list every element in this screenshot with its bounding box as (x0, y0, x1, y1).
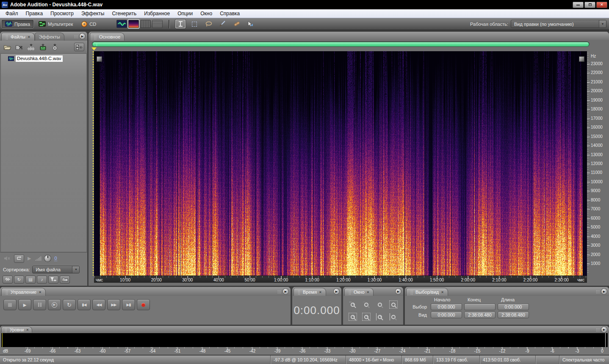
effects-paintbrush-tool[interactable] (217, 19, 227, 28)
spot-healing-brush-tool[interactable] (231, 19, 241, 28)
panel-menu-button[interactable]: ▶ (334, 289, 339, 294)
zoom-in-horizontal-button[interactable]: ↔+ (347, 300, 359, 309)
view-end-field[interactable]: 2:38:08.480 (464, 312, 496, 318)
tab-time[interactable]: Время ✕ (293, 288, 326, 296)
filter-options-toggle[interactable] (48, 276, 58, 284)
panel-menu-button[interactable]: ▶ (601, 327, 607, 332)
zoom-in-right-edge-button[interactable]: + (360, 312, 372, 322)
selection-handle-top-left[interactable] (97, 56, 102, 62)
workspace-dropdown-button[interactable]: ▼ (599, 20, 606, 28)
multitrack-view-button[interactable]: Мультитрек (35, 20, 76, 28)
file-item[interactable]: Devushka.448-C.wav (1, 55, 86, 62)
play-button[interactable]: ▶ (18, 299, 31, 310)
spectrogram-canvas[interactable] (94, 51, 587, 276)
import-cd-audio-button[interactable] (50, 43, 59, 51)
menu-item-9[interactable]: Справка (216, 10, 244, 17)
play-from-cursor-button[interactable]: ▶ (48, 299, 61, 310)
panel-menu-button[interactable]: ▶ (396, 289, 401, 294)
view-length-field[interactable]: 2:38:08.480 (498, 312, 529, 318)
zoom-in-vertical-button[interactable]: + (374, 312, 386, 322)
tab-close-icon[interactable]: ✕ (28, 35, 30, 39)
preview-mute-button[interactable] (4, 256, 11, 261)
tab-close-icon[interactable]: ✕ (367, 290, 370, 294)
time-ruler[interactable]: чмс10:0020:0030:0040:0050:001:00:001:10:… (94, 276, 587, 283)
panel-menu-button[interactable]: ▶ (80, 33, 85, 39)
tab-close-icon[interactable]: ✕ (441, 290, 444, 294)
close-button[interactable]: ✕ (596, 2, 607, 8)
show-loop-files-toggle[interactable]: ↻ (14, 276, 24, 284)
fast-forward-button[interactable]: ▶▶ (107, 299, 120, 310)
insert-into-cd-list-button[interactable] (39, 43, 47, 51)
menu-item-5[interactable]: Сгенерить (108, 10, 140, 17)
frequency-ruler[interactable]: Hz23000220002100020000190001800017000160… (587, 51, 609, 276)
selection-end-field[interactable] (464, 303, 496, 310)
zoom-out-vertical-button[interactable]: − (388, 312, 399, 322)
playhead-line[interactable] (93, 51, 94, 276)
menu-item-3[interactable]: Просмотр (47, 10, 78, 17)
selection-handle-top-right[interactable] (579, 56, 584, 62)
spectral-pan-view-button[interactable] (140, 20, 151, 28)
go-to-beginning-button[interactable]: ▮◀ (78, 299, 91, 310)
pause-button[interactable] (33, 299, 46, 310)
menu-item-1[interactable]: Файл (2, 10, 22, 17)
zoom-in-left-edge-button[interactable]: + (347, 312, 359, 322)
level-meter[interactable] (1, 333, 608, 347)
maximize-button[interactable] (584, 2, 595, 8)
preview-loop-button[interactable] (14, 254, 24, 263)
scrub-tool[interactable] (245, 19, 255, 28)
tab-main[interactable]: Основное (90, 33, 125, 41)
cd-view-button[interactable]: CD (78, 20, 100, 28)
show-midi-files-toggle[interactable]: ♪ (37, 276, 47, 284)
preview-play-button[interactable]: ▶ (28, 256, 31, 261)
workspace-dropdown[interactable]: Вид правки (по умолчанию) ▼ (511, 20, 606, 28)
show-video-files-toggle[interactable]: ▤ (25, 276, 36, 284)
current-time-display[interactable]: 0:00.000 (293, 304, 340, 317)
tab-selection-view[interactable]: Выбор/вид ✕ (406, 288, 448, 296)
menu-item-6[interactable]: Избранное (140, 10, 174, 17)
spectral-frequency-view-button[interactable] (128, 20, 139, 28)
tab-zoom[interactable]: Окно ✕ (344, 288, 374, 296)
tab-effects[interactable]: Эффекты (35, 33, 64, 41)
playhead-marker-icon[interactable] (91, 47, 97, 50)
navigation-range-bar[interactable] (92, 42, 589, 47)
zoom-out-horizontal-button[interactable]: ↔− (360, 300, 372, 309)
edit-view-button[interactable]: Правка (2, 20, 33, 28)
menu-item-8[interactable]: Окно (197, 10, 216, 17)
play-looped-button[interactable]: ↻ (63, 299, 76, 310)
record-button[interactable] (137, 299, 150, 310)
lasso-selection-tool[interactable] (203, 19, 213, 28)
tab-levels[interactable]: Уровни ✕ (1, 326, 32, 333)
files-options-toggle[interactable] (74, 43, 84, 51)
tab-close-icon[interactable]: ✕ (319, 290, 322, 294)
rewind-button[interactable]: ◀◀ (92, 299, 105, 310)
waveform-view-button[interactable] (116, 20, 127, 28)
menu-item-4[interactable]: Эффекты (78, 10, 108, 17)
marquee-selection-tool[interactable] (189, 19, 199, 28)
close-file-button[interactable] (15, 43, 24, 51)
db-scale[interactable]: dB -69-66-63-60-57-54-51-48-45-42-39-36-… (1, 347, 608, 354)
view-start-field[interactable]: 0:00.000 (431, 312, 462, 318)
go-to-end-button[interactable]: ▶▮ (122, 299, 135, 310)
tab-transport[interactable]: Управление ✕ (1, 288, 46, 296)
tab-files[interactable]: Файлы ✕ (1, 33, 35, 41)
spectrogram-area[interactable] (94, 51, 587, 276)
preview-volume-knob[interactable] (44, 255, 51, 262)
open-file-button[interactable] (3, 43, 12, 51)
show-full-paths-toggle[interactable]: c:\ (60, 276, 70, 284)
selection-start-field[interactable]: 0:00.000 (431, 303, 462, 310)
insert-into-multitrack-button[interactable] (27, 43, 36, 51)
file-list[interactable]: Devushka.448-C.wav (0, 53, 87, 252)
preview-volume-value[interactable]: 0 (54, 256, 57, 261)
tab-close-icon[interactable]: ✕ (26, 328, 29, 332)
stop-button[interactable] (3, 299, 17, 310)
panel-menu-button[interactable]: ▶ (601, 289, 607, 294)
selection-length-field[interactable]: 0:00.000 (498, 303, 529, 310)
spectral-phase-view-button[interactable] (152, 20, 163, 28)
zoom-to-selection-button[interactable] (388, 300, 399, 309)
menu-item-2[interactable]: Правка (22, 10, 47, 17)
sort-dropdown[interactable]: Имя файла ▼ (32, 266, 80, 273)
sort-dropdown-button[interactable]: ▼ (72, 266, 79, 273)
show-audio-files-toggle[interactable] (3, 276, 13, 284)
zoom-out-full-button[interactable]: − (374, 300, 386, 309)
menu-item-7[interactable]: Опции (174, 10, 197, 17)
